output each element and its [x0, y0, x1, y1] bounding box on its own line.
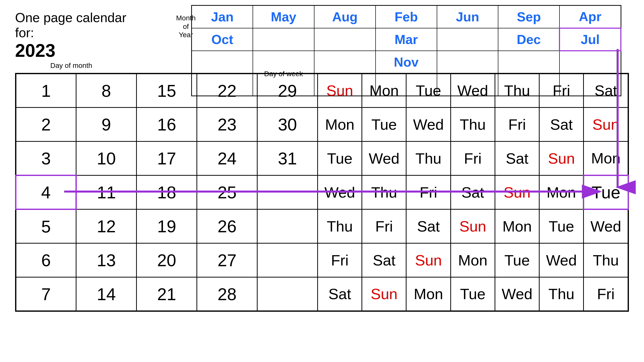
month-cell: Aug: [314, 6, 376, 28]
page-container: One page calendar for: 2023 MonthofYear …: [0, 0, 644, 362]
day-of-week-cell: Fri: [584, 277, 628, 311]
day-of-week-cell: Wed: [451, 74, 495, 108]
day-of-week-cell: Wed: [539, 243, 584, 277]
title-line2: 2023: [15, 40, 141, 61]
title-area: One page calendar for: 2023: [15, 10, 141, 61]
day-number-cell: 1: [16, 74, 76, 108]
day-number-cell: 16: [137, 108, 197, 142]
day-of-week-cell: Fri: [495, 108, 539, 142]
day-of-week-cell: Fri: [362, 209, 406, 243]
day-of-week-cell: Tue: [584, 175, 628, 209]
day-of-week-cell: Sun: [362, 277, 406, 311]
calendar-row: 5121926ThuFriSatSunMonTueWed: [16, 209, 628, 243]
month-cell: [253, 28, 314, 51]
day-of-week-cell: Mon: [495, 209, 539, 243]
day-of-week-cell: Sat: [362, 243, 406, 277]
day-number-cell: [257, 209, 318, 243]
day-number-cell: 2: [16, 108, 76, 142]
day-number-cell: 8: [76, 74, 137, 108]
month-cell: [437, 28, 498, 51]
day-of-week-cell: Thu: [584, 243, 628, 277]
day-of-week-cell: Wed: [495, 277, 539, 311]
calendar-row: 29162330MonTueWedThuFriSatSun: [16, 108, 628, 142]
day-number-cell: 14: [76, 277, 137, 311]
day-number-cell: 5: [16, 209, 76, 243]
day-number-cell: 6: [16, 243, 76, 277]
day-number-cell: 10: [76, 142, 137, 175]
day-of-week-cell: Tue: [318, 142, 362, 175]
day-of-week-cell: Thu: [362, 175, 406, 209]
day-of-week-cell: Wed: [362, 142, 406, 175]
day-number-cell: 19: [137, 209, 197, 243]
day-of-week-cell: Sat: [451, 175, 495, 209]
title-line1: One page calendar for:: [15, 10, 141, 40]
day-number-cell: 3: [16, 142, 76, 175]
day-of-week-cell: Fri: [451, 142, 495, 175]
day-number-cell: 27: [197, 243, 257, 277]
main-table: 18152229SunMonTueWedThuFriSat29162330Mon…: [15, 73, 629, 312]
day-of-week-cell: Mon: [406, 277, 451, 311]
day-of-week-cell: Wed: [318, 175, 362, 209]
day-of-month-label: Day of month: [50, 62, 92, 70]
day-number-cell: 13: [76, 243, 137, 277]
day-number-cell: 7: [16, 277, 76, 311]
day-number-cell: 23: [197, 108, 257, 142]
month-cell: Feb: [376, 6, 437, 28]
main-grid: 18152229SunMonTueWedThuFriSat29162330Mon…: [15, 73, 629, 312]
calendar-row: 18152229SunMonTueWedThuFriSat: [16, 74, 628, 108]
day-number-cell: 25: [197, 175, 257, 209]
day-number-cell: 4: [16, 175, 76, 209]
day-of-week-cell: Sat: [406, 209, 451, 243]
day-number-cell: 31: [257, 142, 318, 175]
day-of-week-cell: Fri: [539, 74, 584, 108]
month-cell: [498, 51, 559, 73]
day-of-week-cell: Mon: [539, 175, 584, 209]
day-of-week-cell: Sat: [495, 142, 539, 175]
day-number-cell: 12: [76, 209, 137, 243]
month-cell: Apr: [559, 6, 621, 28]
calendar-row: 4111825WedThuFriSatSunMonTue: [16, 175, 628, 209]
day-number-cell: [257, 277, 318, 311]
day-of-week-cell: Sun: [318, 74, 362, 108]
month-cell: May: [253, 6, 314, 28]
day-of-week-cell: Tue: [451, 277, 495, 311]
month-cell: Mar: [376, 28, 437, 51]
day-number-cell: 26: [197, 209, 257, 243]
day-of-week-cell: Sun: [584, 108, 628, 142]
month-cell: [559, 51, 621, 73]
day-of-week-cell: Tue: [495, 243, 539, 277]
day-of-week-cell: Wed: [584, 209, 628, 243]
day-number-cell: 28: [197, 277, 257, 311]
day-number-cell: [257, 243, 318, 277]
month-cell: Jul: [559, 28, 621, 51]
month-cell: Jun: [437, 6, 498, 28]
day-of-week-cell: Sat: [584, 74, 628, 108]
month-cell: [314, 28, 376, 51]
day-of-week-cell: Fri: [406, 175, 451, 209]
month-cell: Dec: [498, 28, 559, 51]
day-number-cell: 21: [137, 277, 197, 311]
day-number-cell: 24: [197, 142, 257, 175]
day-number-cell: 22: [197, 74, 257, 108]
day-number-cell: 29: [257, 74, 318, 108]
day-of-week-cell: Tue: [362, 108, 406, 142]
calendar-row: 7142128SatSunMonTueWedThuFri: [16, 277, 628, 311]
day-of-week-cell: Mon: [451, 243, 495, 277]
day-number-cell: 20: [137, 243, 197, 277]
day-number-cell: 17: [137, 142, 197, 175]
day-of-week-cell: Fri: [318, 243, 362, 277]
day-of-week-cell: Sun: [406, 243, 451, 277]
day-of-week-cell: Sun: [495, 175, 539, 209]
month-cell: [314, 51, 376, 73]
month-cell: Nov: [376, 51, 437, 73]
day-of-week-cell: Sun: [451, 209, 495, 243]
day-number-cell: [257, 175, 318, 209]
day-of-week-cell: Thu: [451, 108, 495, 142]
day-of-week-cell: Thu: [539, 277, 584, 311]
month-cell: Sep: [498, 6, 559, 28]
day-of-week-cell: Thu: [495, 74, 539, 108]
month-cell: [437, 51, 498, 73]
day-of-week-cell: Sun: [539, 142, 584, 175]
day-of-week-cell: Mon: [362, 74, 406, 108]
day-of-week-cell: Sat: [539, 108, 584, 142]
